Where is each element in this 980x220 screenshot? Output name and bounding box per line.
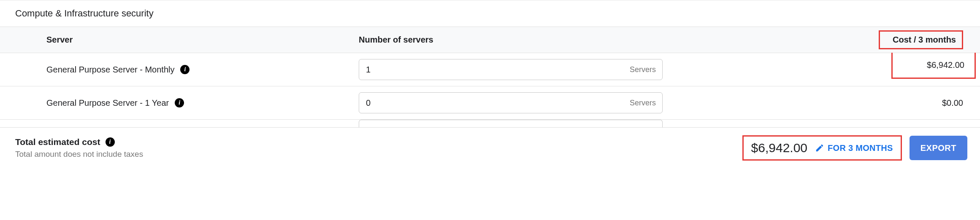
total-cost-title: Total estimated cost	[15, 137, 100, 147]
server-count-input[interactable]	[359, 92, 663, 113]
input-suffix: Servers	[630, 59, 656, 80]
header-number: Number of servers	[359, 35, 870, 45]
table-row: General Purpose Server - 1 Year i Server…	[0, 86, 980, 120]
input-suffix: Servers	[630, 92, 656, 113]
row-cost-cell: $0.00	[870, 98, 980, 108]
pencil-icon	[815, 143, 824, 153]
server-name: General Purpose Server - 1 Year	[46, 98, 169, 108]
info-icon[interactable]: i	[180, 65, 190, 74]
edit-period-button[interactable]: FOR 3 MONTHS	[815, 143, 893, 153]
row-input-cell: Servers	[359, 92, 870, 113]
info-icon[interactable]: i	[106, 137, 115, 147]
footer-left: Total estimated cost i Total amount does…	[15, 137, 742, 159]
row-label: General Purpose Server - Monthly i	[0, 65, 359, 75]
server-count-input[interactable]	[359, 59, 663, 80]
header-server: Server	[0, 35, 359, 45]
row-cost-value: $0.00	[942, 98, 963, 107]
row-input-cell: Servers	[359, 59, 870, 80]
row-cost-cell: $6,942.00	[870, 60, 980, 79]
info-icon[interactable]: i	[175, 98, 184, 107]
server-count-input-wrap: Servers	[359, 59, 663, 80]
period-label: FOR 3 MONTHS	[828, 143, 893, 153]
footer-bar: Total estimated cost i Total amount does…	[0, 127, 980, 168]
footer-right: $6,942.00 FOR 3 MONTHS EXPORT	[742, 135, 967, 161]
table-row: General Purpose Server - Monthly i Serve…	[0, 53, 980, 86]
table-header-row: Server Number of servers Cost / 3 months	[0, 27, 980, 53]
server-count-input-wrap: Servers	[359, 92, 663, 113]
header-cost: Cost / 3 months	[870, 33, 980, 47]
server-count-input-partial[interactable]	[359, 120, 663, 127]
pricing-table-container: Compute & Infrastructure security Server…	[0, 0, 980, 168]
export-button[interactable]: EXPORT	[910, 136, 967, 160]
total-cost-title-row: Total estimated cost i	[15, 137, 742, 147]
total-cost-subtitle: Total amount does not include taxes	[15, 150, 742, 159]
total-highlight-box: $6,942.00 FOR 3 MONTHS	[742, 135, 902, 161]
total-amount: $6,942.00	[751, 141, 807, 155]
row-cost-value: $6,942.00	[891, 53, 976, 79]
section-title: Compute & Infrastructure security	[0, 0, 980, 27]
server-name: General Purpose Server - Monthly	[46, 65, 174, 75]
table-row-partial	[0, 120, 980, 127]
header-cost-label: Cost / 3 months	[879, 30, 963, 49]
row-label: General Purpose Server - 1 Year i	[0, 98, 359, 108]
